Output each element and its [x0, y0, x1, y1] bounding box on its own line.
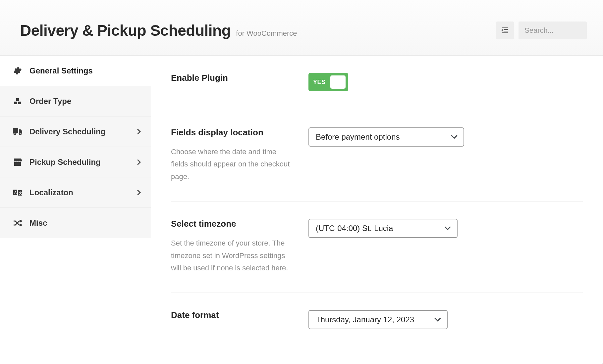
sidebar-item-order-type[interactable]: Order Type	[0, 86, 151, 116]
chevron-right-icon	[137, 190, 141, 196]
truck-icon	[13, 128, 22, 135]
chevron-down-icon	[434, 317, 441, 322]
timezone-select[interactable]: (UTC-04:00) St. Lucia	[308, 219, 458, 238]
store-icon	[13, 159, 22, 166]
sidebar-item-misc[interactable]: Misc	[0, 208, 151, 238]
setting-description: Set the timezone of your store. The time…	[171, 237, 294, 274]
sidebar-item-localization[interactable]: A文 Localizaton	[0, 177, 151, 208]
sidebar-item-label: Order Type	[29, 97, 71, 106]
sidebar-item-label: Pickup Scheduling	[29, 158, 101, 167]
select-value: Thursday, January 12, 2023	[316, 315, 414, 324]
svg-text:A: A	[14, 191, 17, 194]
page-title: Delivery & Pickup Scheduling	[20, 22, 231, 39]
toggle-knob	[330, 75, 346, 89]
svg-text:文: 文	[19, 191, 22, 195]
boxes-icon	[13, 97, 22, 105]
sidebar-item-label: Localizaton	[29, 188, 73, 197]
sidebar-item-label: Delivery Scheduling	[29, 127, 105, 136]
setting-label: Select timezone	[171, 219, 295, 229]
shuffle-icon	[13, 220, 22, 226]
header-bar: Delivery & Pickup Scheduling for WooComm…	[0, 0, 603, 56]
date-format-select[interactable]: Thursday, January 12, 2023	[308, 310, 448, 329]
enable-plugin-toggle[interactable]: YES	[308, 73, 348, 91]
sidebar: General Settings Order Type Delivery Sch…	[0, 56, 151, 364]
setting-row-enable-plugin: Enable Plugin YES	[171, 56, 583, 110]
collapse-panel-button[interactable]	[496, 22, 514, 39]
sidebar-item-delivery-scheduling[interactable]: Delivery Scheduling	[0, 116, 151, 147]
svg-rect-4	[16, 98, 19, 101]
page-subtitle: for WooCommerce	[236, 29, 297, 38]
select-value: Before payment options	[316, 132, 400, 142]
setting-row-date-format: Date format Thursday, January 12, 2023	[171, 293, 583, 348]
setting-row-fields-display: Fields display location Choose where the…	[171, 110, 583, 202]
sidebar-item-general-settings[interactable]: General Settings	[0, 56, 151, 86]
sidebar-item-pickup-scheduling[interactable]: Pickup Scheduling	[0, 147, 151, 177]
fields-display-select[interactable]: Before payment options	[308, 127, 464, 147]
setting-description: Choose where the date and time fields sh…	[171, 146, 294, 183]
title-wrap: Delivery & Pickup Scheduling for WooComm…	[20, 22, 297, 39]
chevron-down-icon	[444, 226, 451, 231]
svg-rect-5	[14, 102, 17, 104]
language-icon: A文	[13, 190, 22, 196]
header-actions	[496, 22, 587, 39]
chevron-right-icon	[137, 129, 141, 135]
indent-icon	[501, 26, 509, 34]
chevron-down-icon	[451, 135, 458, 139]
select-value: (UTC-04:00) St. Lucia	[316, 224, 393, 233]
svg-point-8	[19, 133, 21, 135]
chevron-right-icon	[137, 159, 141, 165]
settings-content: Enable Plugin YES Fields display locatio…	[151, 56, 603, 364]
setting-label: Enable Plugin	[171, 73, 295, 83]
sidebar-item-label: Misc	[29, 218, 47, 228]
svg-point-7	[14, 133, 16, 135]
gears-icon	[13, 67, 22, 75]
setting-label: Fields display location	[171, 127, 295, 138]
svg-rect-6	[18, 102, 21, 104]
search-input[interactable]	[519, 22, 587, 39]
toggle-state-text: YES	[313, 79, 326, 86]
sidebar-item-label: General Settings	[29, 66, 93, 75]
setting-row-timezone: Select timezone Set the timezone of your…	[171, 202, 583, 293]
setting-label: Date format	[171, 310, 295, 320]
